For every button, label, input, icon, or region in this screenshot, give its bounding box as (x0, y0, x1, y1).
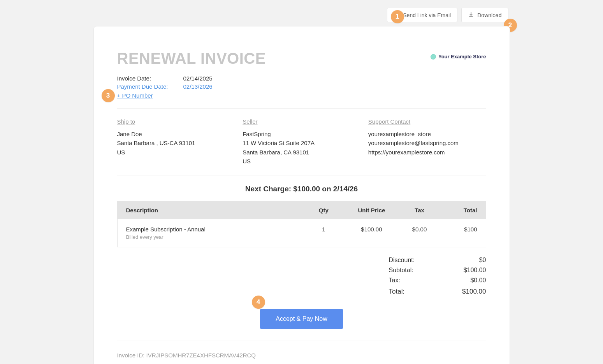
th-unit-price: Unit Price (346, 201, 397, 219)
logo-icon (431, 54, 436, 60)
invoice-card: RENEWAL INVOICE Your Example Store Invoi… (93, 26, 510, 364)
annotation-badge-3: 3 (102, 89, 115, 102)
item-sub: Billed every year (126, 234, 293, 240)
support-url: https://yourexamplestore.com (368, 148, 486, 157)
support-section: Support Contact yourexamplestore_store y… (368, 118, 486, 166)
invoice-id-value: IVRJIPSOMHR7ZE4XHFSCRMAV42RCQ (146, 352, 256, 359)
annotation-badge-4: 4 (252, 296, 265, 309)
next-charge: Next Charge: $100.00 on 2/14/26 (117, 185, 486, 193)
tax-value: $0.00 (470, 277, 486, 284)
total-label: Total: (389, 288, 405, 296)
discount-value: $0 (479, 257, 486, 264)
invoice-date-value: 02/14/2025 (183, 75, 213, 82)
seller-heading: Seller (243, 118, 360, 125)
th-total: Total (441, 201, 486, 219)
seller-address1: 11 W Victoria St Suite 207A (243, 138, 360, 147)
th-description: Description (117, 201, 302, 219)
accept-pay-button[interactable]: Accept & Pay Now (260, 309, 343, 329)
invoice-date-label: Invoice Date: (117, 75, 183, 82)
store-name: Your Example Store (438, 54, 486, 60)
table-row: Example Subscription - Annual Billed eve… (117, 219, 486, 247)
item-tax: $0.00 (397, 219, 442, 247)
divider (117, 108, 486, 109)
payment-due-value: 02/13/2026 (183, 83, 213, 90)
store-logo: Your Example Store (431, 54, 486, 60)
download-button[interactable]: Download (461, 8, 508, 22)
ship-to-country: US (117, 148, 235, 157)
annotation-badge-1: 1 (391, 10, 404, 23)
seller-section: Seller FastSpring 11 W Victoria St Suite… (243, 118, 360, 166)
ship-to-name: Jane Doe (117, 130, 235, 138)
payment-due-label: Payment Due Date: (117, 83, 183, 90)
item-unit-price: $100.00 (346, 219, 397, 247)
send-link-email-label: Send Link via Email (403, 12, 451, 18)
line-items-table: Description Qty Unit Price Tax Total Exa… (117, 201, 486, 247)
po-number-link[interactable]: + PO Number (117, 92, 153, 99)
download-label: Download (477, 12, 501, 18)
download-icon (468, 11, 474, 19)
subtotal-value: $100.00 (464, 267, 486, 274)
invoice-id-label: Invoice ID: (117, 352, 145, 359)
totals-block: Discount: $0 Subtotal: $100.00 Tax: $0.0… (389, 255, 486, 297)
th-qty: Qty (302, 201, 346, 219)
discount-label: Discount: (389, 257, 415, 264)
item-total: $100 (441, 219, 486, 247)
th-tax: Tax (397, 201, 442, 219)
divider (117, 175, 486, 175)
tax-label: Tax: (389, 277, 400, 284)
seller-city: Santa Barbara, CA 93101 (243, 148, 360, 157)
support-email: yourexamplestore@fastspring.com (368, 138, 486, 147)
item-name: Example Subscription - Annual (126, 226, 293, 233)
support-heading: Support Contact (368, 118, 486, 125)
seller-country: US (243, 157, 360, 166)
divider (117, 341, 486, 341)
ship-to-section: Ship to Jane Doe Santa Barbara , US-CA 9… (117, 118, 235, 166)
ship-to-city: Santa Barbara , US-CA 93101 (117, 138, 235, 147)
ship-to-heading: Ship to (117, 118, 235, 125)
seller-name: FastSpring (243, 130, 360, 138)
item-qty: 1 (302, 219, 346, 247)
invoice-title: RENEWAL INVOICE (117, 50, 266, 67)
invoice-id-line: Invoice ID: IVRJIPSOMHR7ZE4XHFSCRMAV42RC… (117, 352, 486, 359)
total-value: $100.00 (462, 288, 486, 296)
subtotal-label: Subtotal: (389, 267, 413, 274)
support-store-id: yourexamplestore_store (368, 130, 486, 138)
